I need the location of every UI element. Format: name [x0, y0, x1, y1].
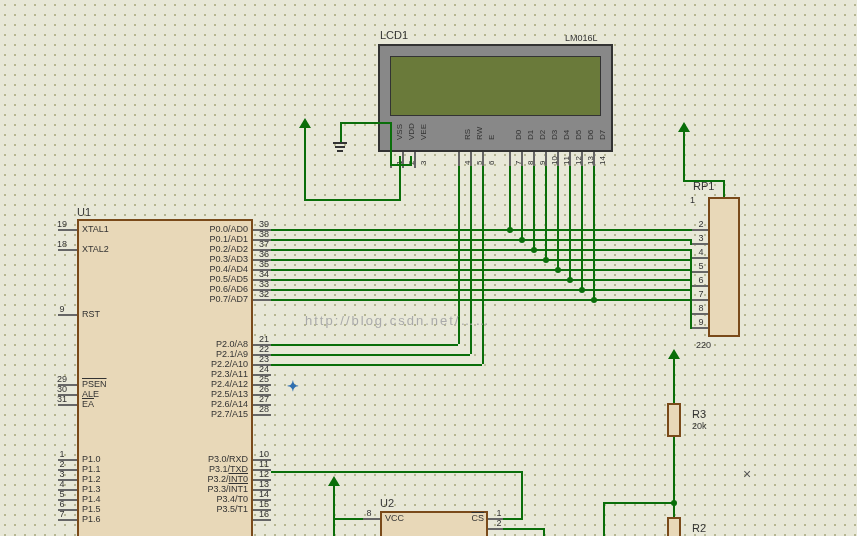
u1-pin-num: 28: [255, 404, 273, 414]
pin-stub: [58, 229, 77, 231]
u1-pin-num: 26: [255, 384, 273, 394]
pin-stub: [488, 528, 503, 530]
u1-pin-label: P2.5/A13: [150, 389, 248, 399]
junction: [519, 237, 525, 243]
pin-stub: [692, 271, 708, 273]
wire: [593, 166, 595, 299]
u1-ref: U1: [77, 206, 91, 218]
wire: [683, 132, 685, 180]
lcd-pin-label: D7: [598, 130, 607, 140]
u1-pin-label: P0.0/AD0: [150, 224, 248, 234]
u1-pin-label: PSEN: [82, 379, 107, 389]
cursor-icon: ✦: [287, 378, 299, 394]
pin-stub: [253, 414, 271, 416]
u1-pin-num: 39: [255, 219, 273, 229]
u1-pin-label: P2.1/A9: [150, 349, 248, 359]
u1-pin-label: P2.4/A12: [150, 379, 248, 389]
pin-stub: [692, 257, 708, 259]
u1-pin-label: P0.5/AD5: [150, 274, 248, 284]
u1-pin-label: P2.0/A8: [150, 339, 248, 349]
wire: [673, 437, 675, 457]
u2-pin-label: VCC: [385, 513, 404, 523]
u1-pin-label: P2.2/A10: [150, 359, 248, 369]
wire: [557, 166, 559, 269]
lcd-pin-label: RW: [475, 127, 484, 140]
wire: [503, 528, 543, 530]
u1-pin-num: 4: [50, 479, 74, 489]
close-icon: ×: [743, 466, 751, 482]
lcd-pin-label: D3: [550, 130, 559, 140]
junction: [543, 257, 549, 263]
u1-pin-num: 5: [50, 489, 74, 499]
u1-pin-num: 25: [255, 374, 273, 384]
wire: [673, 457, 675, 503]
u1-pin-num: 29: [50, 374, 74, 384]
r3-ref: R3: [692, 408, 706, 420]
wire: [673, 359, 675, 381]
wire: [390, 122, 392, 164]
u1-pin-label: RST: [82, 309, 100, 319]
u1-pin-label: P1.0: [82, 454, 101, 464]
u1-pin-num: 2: [50, 459, 74, 469]
r3-value: 20k: [692, 421, 707, 431]
lcd-pin-label: VSS: [395, 124, 404, 140]
u1-pin-label: P0.6/AD6: [150, 284, 248, 294]
u1-pin-num: 16: [255, 509, 273, 519]
u2-pin-label: CS: [440, 513, 484, 523]
wire: [410, 156, 412, 166]
lcd-pin-label: E: [487, 135, 496, 140]
wire: [543, 528, 545, 536]
wire: [304, 199, 400, 201]
wire: [603, 502, 673, 504]
pin-stub: [692, 299, 708, 301]
wire: [271, 364, 482, 366]
power-symbol: [668, 349, 680, 359]
lcd-ref: LCD1: [380, 29, 408, 41]
r2-ref: R2: [692, 522, 706, 534]
wire: [333, 518, 363, 520]
wire: [581, 166, 583, 289]
wire: [673, 380, 675, 403]
u1-pin-label: P0.4/AD4: [150, 264, 248, 274]
u1-pin-num: 1: [50, 449, 74, 459]
u1-pin-label: P0.2/AD2: [150, 244, 248, 254]
lcd-pin-label: VDD: [407, 123, 416, 140]
lcd-pin-label: VEE: [419, 124, 428, 140]
rp1-pin-num: 4: [694, 247, 708, 257]
u1-pin-num: 3: [50, 469, 74, 479]
u1-pin-label: P1.6: [82, 514, 101, 524]
rp1-pin-num: 8: [694, 303, 708, 313]
lcd-pin-label: D1: [526, 130, 535, 140]
lcd-pin-label: D5: [574, 130, 583, 140]
wire: [569, 166, 571, 279]
u1-pin-label: P2.6/A14: [150, 399, 248, 409]
u1-pin-num: 27: [255, 394, 273, 404]
wire: [521, 471, 523, 518]
lcd-pin-label: D6: [586, 130, 595, 140]
u1-pin-label: P3.4/T0: [150, 494, 248, 504]
u1-pin-label: P3.2/INT0: [150, 474, 248, 484]
lcd-screen: [390, 56, 601, 116]
rp1-pin-num: 3: [694, 233, 708, 243]
u1-pin-label: P0.3/AD3: [150, 254, 248, 264]
rp1-pin-num: 7: [694, 289, 708, 299]
u1-pin-label: P1.1: [82, 464, 101, 474]
pin-stub: [692, 243, 708, 245]
u1-pin-label: P3.1/TXD: [150, 464, 248, 474]
u1-pin-label: P1.5: [82, 504, 101, 514]
wire: [399, 156, 401, 201]
wire: [390, 164, 410, 166]
wire: [683, 180, 708, 182]
u2-ref: U2: [380, 497, 394, 509]
wire: [340, 122, 342, 142]
lcd-pin-label: D4: [562, 130, 571, 140]
u1-pin-label: P2.3/A11: [150, 369, 248, 379]
u1-pin-label: P1.4: [82, 494, 101, 504]
wire: [509, 166, 511, 229]
rp1-pin-num: 2: [694, 219, 708, 229]
pin-stub: [253, 519, 271, 521]
r3-component: [667, 403, 681, 437]
rp1-pin-num: 5: [694, 261, 708, 271]
junction: [507, 227, 513, 233]
rp1-pin-num: 6: [694, 275, 708, 285]
